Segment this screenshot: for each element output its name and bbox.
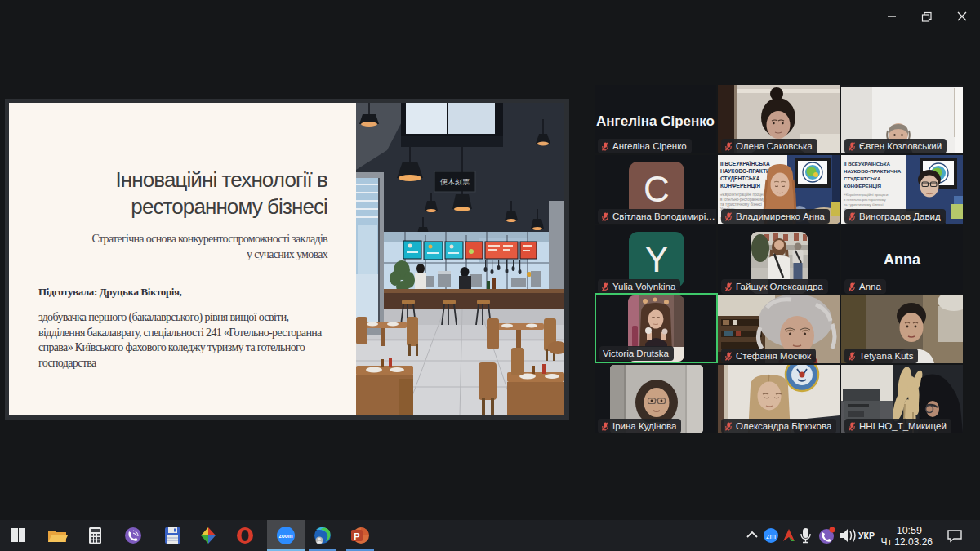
svg-text:в готельно-ресторанному: в готельно-ресторанному (844, 198, 887, 202)
svg-text:СТУДЕНТСЬКА: СТУДЕНТСЬКА (844, 176, 881, 181)
svg-text:та туристичному бізнесі: та туристичному бізнесі (844, 202, 884, 207)
svg-text:КОНФЕРЕНЦІЯ: КОНФЕРЕНЦІЯ (844, 183, 881, 189)
svg-text:«Євроінтеграційні процеси: «Євроінтеграційні процеси (720, 192, 767, 197)
svg-text:СТУДЕНТСЬКА: СТУДЕНТСЬКА (720, 176, 760, 182)
svg-text:Чт 12.03.26: Чт 12.03.26 (880, 536, 933, 548)
svg-text:P: P (354, 531, 359, 541)
svg-text:zm: zm (766, 532, 776, 540)
svg-text:10:59: 10:59 (897, 525, 922, 536)
svg-text:КОНФЕРЕНЦІЯ: КОНФЕРЕНЦІЯ (720, 183, 760, 189)
svg-text:«Євроінтеграційні процеси: «Євроінтеграційні процеси (844, 193, 889, 197)
svg-text:ІІ ВСЕУКРАЇНСЬКА: ІІ ВСЕУКРАЇНСЬКА (844, 161, 891, 167)
svg-text:в готельно-ресторанному: в готельно-ресторанному (720, 198, 765, 202)
svg-text:УКР: УКР (858, 531, 875, 540)
svg-text:zoom: zoom (279, 533, 293, 539)
svg-text:便木刻票: 便木刻票 (440, 178, 470, 186)
svg-text:та туристичному бізнесі: та туристичному бізнесі (720, 202, 762, 207)
svg-text:Y: Y (644, 239, 668, 279)
svg-text:ІІ ВСЕУКРАЇНСЬКА: ІІ ВСЕУКРАЇНСЬКА (720, 161, 770, 167)
svg-text:C: C (644, 169, 670, 209)
svg-text:НАУКОВО-ПРАКТИЧНА: НАУКОВО-ПРАКТИЧНА (844, 168, 902, 174)
